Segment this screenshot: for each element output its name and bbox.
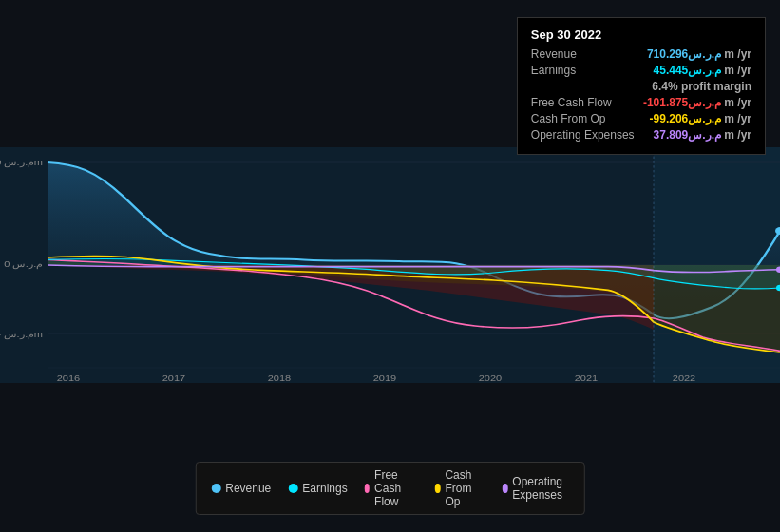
svg-text:2019: 2019	[373, 373, 397, 383]
legend-item-revenue[interactable]: Revenue	[211, 482, 271, 495]
tooltip-fcf-row: Free Cash Flow -101.875م.ر.س m /yr	[531, 96, 751, 109]
legend-fcf-label: Free Cash Flow	[374, 468, 418, 508]
fcf-label: Free Cash Flow	[531, 96, 612, 109]
tooltip-cashfromop-row: Cash From Op -99.206م.ر.س m /yr	[531, 112, 751, 125]
legend-cashfromop-label: Cash From Op	[445, 468, 485, 508]
cashfromop-label: Cash From Op	[531, 112, 606, 125]
chart-legend: Revenue Earnings Free Cash Flow Cash Fro…	[195, 462, 585, 515]
earnings-value: 45.445م.ر.س m /yr	[654, 64, 751, 77]
legend-item-fcf[interactable]: Free Cash Flow	[365, 468, 418, 508]
tooltip-opex-row: Operating Expenses 37.809م.ر.س m /yr	[531, 128, 751, 142]
opex-value: 37.809م.ر.س m /yr	[654, 128, 751, 142]
svg-text:م.ر.س 900m: م.ر.س 900m	[0, 158, 43, 168]
svg-text:2018: 2018	[268, 373, 292, 383]
earnings-label: Earnings	[531, 64, 576, 77]
cashfromop-dot	[435, 484, 440, 493]
cashfromop-value: -99.206م.ر.س m /yr	[650, 112, 751, 125]
revenue-dot	[211, 484, 220, 493]
opex-label: Operating Expenses	[531, 128, 635, 142]
legend-earnings-label: Earnings	[302, 482, 347, 495]
profit-margin-value: 6.4% profit margin	[652, 80, 751, 93]
svg-text:م.ر.س -200m: م.ر.س -200m	[0, 330, 43, 340]
svg-text:2016: 2016	[57, 373, 81, 383]
legend-item-cashfromop[interactable]: Cash From Op	[435, 468, 485, 508]
svg-text:2022: 2022	[673, 373, 696, 383]
svg-text:2021: 2021	[575, 373, 599, 383]
chart-svg: م.ر.س 900m م.ر.س 0 م.ر.س -200m 2016 2017…	[0, 147, 780, 451]
revenue-value: 710.296م.ر.س m /yr	[647, 48, 751, 61]
revenue-label: Revenue	[531, 48, 577, 61]
legend-revenue-label: Revenue	[225, 482, 271, 495]
earnings-dot	[288, 484, 297, 493]
tooltip-revenue-row: Revenue 710.296م.ر.س m /yr	[531, 48, 751, 61]
chart-container: Sep 30 2022 Revenue 710.296م.ر.س m /yr E…	[0, 0, 780, 532]
legend-item-earnings[interactable]: Earnings	[288, 482, 347, 495]
svg-text:2017: 2017	[162, 373, 186, 383]
fcf-dot	[365, 484, 370, 493]
legend-item-opex[interactable]: Operating Expenses	[503, 475, 569, 502]
tooltip-date: Sep 30 2022	[531, 28, 751, 42]
svg-text:2020: 2020	[479, 373, 503, 383]
tooltip-panel: Sep 30 2022 Revenue 710.296م.ر.س m /yr E…	[517, 17, 766, 155]
svg-text:م.ر.س 0: م.ر.س 0	[4, 259, 43, 270]
tooltip-profit-margin-row: 6.4% profit margin	[531, 80, 751, 93]
tooltip-earnings-row: Earnings 45.445م.ر.س m /yr	[531, 64, 751, 77]
opex-dot	[503, 484, 507, 493]
fcf-value: -101.875م.ر.س m /yr	[643, 96, 751, 109]
legend-opex-label: Operating Expenses	[512, 475, 568, 502]
